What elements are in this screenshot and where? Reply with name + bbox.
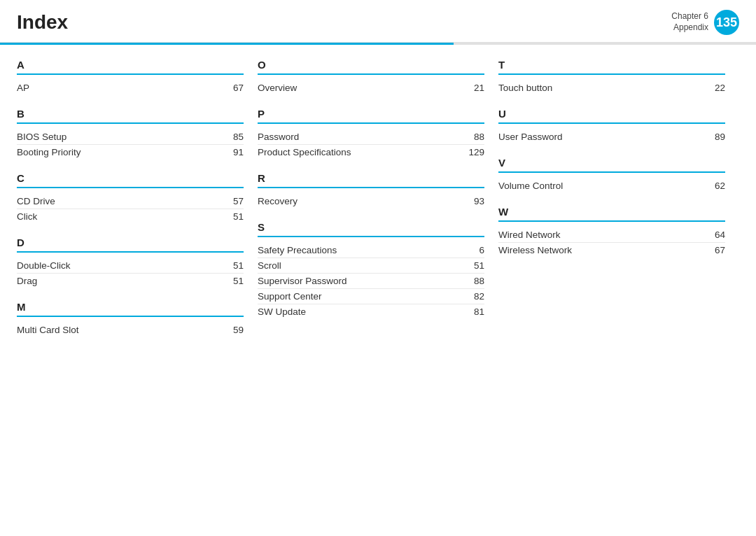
entry-name: AP <box>17 83 29 93</box>
entry-page: 85 <box>223 132 244 142</box>
letter-heading-B: B <box>17 108 244 124</box>
entry-page: 59 <box>223 325 244 335</box>
section-M: MMulti Card Slot59 <box>17 301 244 337</box>
entry-name: Touch button <box>498 83 552 93</box>
index-entry: Touch button22 <box>498 80 725 95</box>
entry-page: 67 <box>704 245 725 255</box>
entry-page: 51 <box>223 276 244 286</box>
section-O: OOverview21 <box>258 59 484 95</box>
index-entry: Volume Control62 <box>498 178 725 193</box>
entry-name: BIOS Setup <box>17 132 66 142</box>
letter-heading-S: S <box>258 221 484 237</box>
index-entry: Double-Click51 <box>17 258 244 274</box>
index-entry: Safety Precautions6 <box>258 243 484 258</box>
index-entry: Multi Card Slot59 <box>17 323 244 337</box>
letter-heading-O: O <box>258 59 484 75</box>
section-W: WWired Network64Wireless Network67 <box>498 206 725 258</box>
entry-name: Password <box>258 132 299 142</box>
column-2: OOverview21PPassword88Product Specificat… <box>258 59 498 525</box>
entry-page: 129 <box>463 147 484 157</box>
index-entry: AP67 <box>17 80 244 95</box>
section-U: UUser Password89 <box>498 108 725 144</box>
entry-page: 91 <box>223 147 244 157</box>
section-S: SSafety Precautions6Scroll51Supervisor P… <box>258 221 484 319</box>
page-title: Index <box>17 11 68 34</box>
entry-page: 51 <box>463 260 484 271</box>
index-content: AAP67BBIOS Setup85Booting Priority91CCD … <box>0 45 756 536</box>
index-entry: Scroll51 <box>258 258 484 274</box>
letter-heading-A: A <box>17 59 244 75</box>
letter-heading-M: M <box>17 301 244 317</box>
index-entry: BIOS Setup85 <box>17 129 244 145</box>
entry-page: 81 <box>463 306 484 317</box>
index-entry: Recovery93 <box>258 194 484 209</box>
letter-heading-C: C <box>17 172 244 188</box>
entry-page: 88 <box>463 276 484 286</box>
page-header: Index Chapter 6 Appendix 135 <box>0 0 756 43</box>
section-V: VVolume Control62 <box>498 157 725 193</box>
entry-name: Recovery <box>258 196 298 206</box>
entry-page: 21 <box>463 83 484 93</box>
entry-name: Volume Control <box>498 181 563 191</box>
chapter-label: Chapter 6 Appendix <box>671 11 708 33</box>
entry-name: Booting Priority <box>17 147 81 157</box>
entry-name: Scroll <box>258 260 281 271</box>
index-entry: Click51 <box>17 209 244 224</box>
entry-name: User Password <box>498 132 563 142</box>
index-entry: Supervisor Password88 <box>258 274 484 289</box>
chapter-number: 135 <box>714 10 739 35</box>
index-entry: CD Drive57 <box>17 194 244 209</box>
entry-page: 64 <box>704 230 725 240</box>
section-B: BBIOS Setup85Booting Priority91 <box>17 108 244 160</box>
entry-page: 93 <box>463 196 484 206</box>
entry-page: 67 <box>223 83 244 93</box>
letter-heading-R: R <box>258 172 484 188</box>
index-entry: Support Center82 <box>258 289 484 304</box>
index-entry: Overview21 <box>258 80 484 95</box>
entry-page: 6 <box>463 245 484 255</box>
entry-name: Wireless Network <box>498 245 572 255</box>
entry-name: Product Specifications <box>258 147 351 157</box>
entry-name: Overview <box>258 83 297 93</box>
entry-name: CD Drive <box>17 196 55 206</box>
entry-name: Click <box>17 211 37 222</box>
entry-name: Double-Click <box>17 260 71 271</box>
index-entry: Wired Network64 <box>498 227 725 243</box>
letter-heading-T: T <box>498 59 725 75</box>
letter-heading-P: P <box>258 108 484 124</box>
entry-name: Supervisor Password <box>258 276 347 286</box>
entry-page: 51 <box>223 260 244 271</box>
entry-page: 22 <box>704 83 725 93</box>
letter-heading-V: V <box>498 157 725 173</box>
column-3: TTouch button22UUser Password89VVolume C… <box>498 59 739 525</box>
entry-page: 57 <box>223 196 244 206</box>
index-entry: Booting Priority91 <box>17 145 244 160</box>
section-A: AAP67 <box>17 59 244 95</box>
index-entry: Product Specifications129 <box>258 145 484 160</box>
entry-name: Multi Card Slot <box>17 325 79 335</box>
letter-heading-D: D <box>17 237 244 253</box>
entry-name: Support Center <box>258 291 322 302</box>
section-C: CCD Drive57Click51 <box>17 172 244 224</box>
index-entry: User Password89 <box>498 129 725 144</box>
index-entry: Wireless Network67 <box>498 243 725 258</box>
letter-heading-U: U <box>498 108 725 124</box>
section-R: RRecovery93 <box>258 172 484 209</box>
entry-page: 88 <box>463 132 484 142</box>
entry-page: 89 <box>704 132 725 142</box>
index-entry: Drag51 <box>17 274 244 288</box>
chapter-badge: Chapter 6 Appendix 135 <box>671 10 739 35</box>
index-entry: Password88 <box>258 129 484 145</box>
entry-name: Safety Precautions <box>258 245 337 255</box>
entry-name: Wired Network <box>498 230 561 240</box>
index-entry: SW Update81 <box>258 304 484 319</box>
column-1: AAP67BBIOS Setup85Booting Priority91CCD … <box>17 59 258 525</box>
entry-page: 51 <box>223 211 244 222</box>
section-P: PPassword88Product Specifications129 <box>258 108 484 160</box>
section-T: TTouch button22 <box>498 59 725 95</box>
entry-name: Drag <box>17 276 37 286</box>
entry-page: 62 <box>704 181 725 191</box>
entry-page: 82 <box>463 291 484 302</box>
section-D: DDouble-Click51Drag51 <box>17 237 244 288</box>
letter-heading-W: W <box>498 206 725 222</box>
